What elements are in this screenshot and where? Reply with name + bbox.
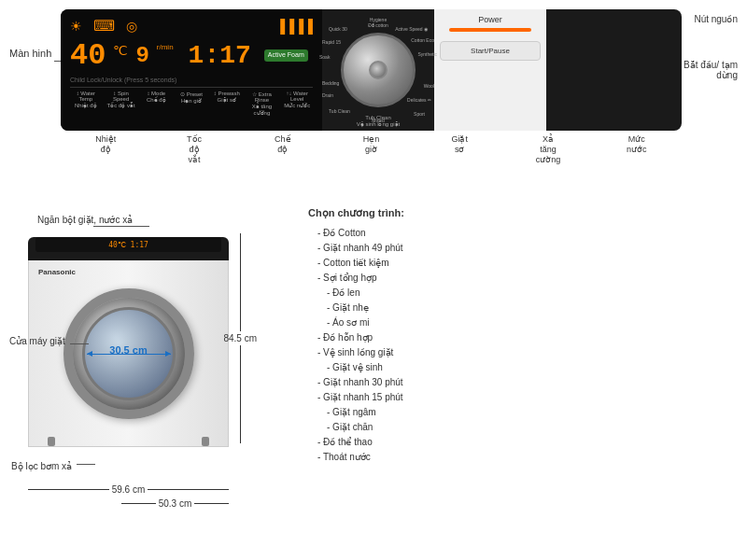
prog-giat-nhanh-15: - Giặt nhanh 15 phút <box>308 390 738 405</box>
display-icons-row: ☀ ⌨ ◎ ▐▐▐▐ <box>70 17 313 35</box>
brand-label: Panasonic <box>38 268 76 276</box>
machine-body-container: 40℃ 1:17 30.5 cm Panasonic <box>28 233 229 462</box>
spin-unit: r/min <box>157 43 174 51</box>
temp-unit: ℃ <box>113 43 128 58</box>
label-toc-do-vat: Tốcđộvắt <box>154 134 235 164</box>
icon-wash: ⌨ <box>93 17 115 35</box>
label-hen-gio: Hẹngiờ <box>331 134 412 164</box>
depth-label: 50.3 cm <box>156 498 195 509</box>
prog-do-len: - Đồ len <box>308 286 738 301</box>
tub-clean-bottom-label: Tub CleanVệ sinh lồng giặt <box>357 115 400 127</box>
program-items: - Đồ Cotton - Giặt nhanh 49 phút - Cotto… <box>308 226 738 465</box>
arrow-left <box>87 351 92 357</box>
prog-cotton: - Đồ Cotton <box>308 226 738 241</box>
label-muc-nuoc: Mứcnước <box>596 134 677 164</box>
bo-loc-bom-xa-label: Bộ lọc bơm xả <box>11 461 72 471</box>
prog-giat-ve-sinh: - Giặt vệ sinh <box>308 360 738 375</box>
btn-water-temp[interactable]: ↕ Water TempNhiệt độ <box>70 91 102 116</box>
time-display: 1:17 <box>189 41 251 70</box>
power-indicator <box>449 28 531 32</box>
machine-front: 30.5 cm Panasonic <box>28 260 229 447</box>
machine-display-mini-text: 40℃ 1:17 <box>108 241 148 249</box>
power-label: Power <box>440 15 541 24</box>
prog-ao-so-mi: - Áo sơ mi <box>308 315 738 330</box>
prog-do-hon-hop: - Đồ hỗn hợp <box>308 330 738 345</box>
prog-cotton-eco: - Cotton tiết kiệm <box>308 256 738 271</box>
bat-dau-label-right: Bắt đầu/ tạm dừng <box>682 60 738 80</box>
btn-spin-speed[interactable]: ↕ Spin SpeedTốc độ vắt <box>106 91 137 116</box>
control-labels: Nhiệtđộ Tốcđộvắt Chếđộ Hẹngiờ Giặtsơ Xảt… <box>61 134 682 164</box>
label-giat-so: Giặtsơ <box>419 134 500 164</box>
child-lock-text: Child Lock/Unlock (Press 5 seconds) <box>70 77 313 83</box>
depth-line <box>121 503 156 504</box>
boloc-arrow <box>77 464 95 465</box>
signal-icon: ▐▐▐▐ <box>275 19 313 34</box>
program-list-title: Chọn chương trình: <box>308 205 738 222</box>
program-list: Chọn chương trình: - Đồ Cotton - Giặt nh… <box>308 205 738 523</box>
cua-may-giat-label: Cửa máy giặt <box>9 336 65 346</box>
btn-extra-rinse[interactable]: ☆ Extra RinseXả tăng cường <box>247 91 278 116</box>
spacer <box>280 205 299 523</box>
btn-prewash[interactable]: ↕ PrewashGiặt sơ <box>211 91 243 116</box>
dial-label-soak: Soak <box>319 54 330 60</box>
height-label: 84.5 cm <box>223 331 257 345</box>
machine-display-mini: 40℃ 1:17 <box>35 237 221 252</box>
dial-label-tub-clean: Tub Clean <box>329 108 350 114</box>
prog-giat-chan: - Giặt chăn <box>308 420 738 435</box>
door-diameter-arrow <box>87 354 171 355</box>
panel-labels-right: Nút nguồn Bắt đầu/ tạm dừng <box>682 9 738 196</box>
prog-giat-nhanh-49: - Giặt nhanh 49 phút <box>308 241 738 256</box>
control-panel: ☀ ⌨ ◎ ▐▐▐▐ 40 ℃ 9 r/min 1:17 Active Foam <box>61 9 682 131</box>
arrow-right <box>165 351 171 357</box>
dial-label-quick30: Quick 30 <box>329 26 347 32</box>
depth-dimension: 50.3 cm <box>121 498 229 509</box>
man-hinh-section: Màn hinh <box>9 9 61 196</box>
machine-top-bar: 40℃ 1:17 <box>28 237 229 260</box>
main-container: Màn hinh ☀ ⌨ ◎ ▐▐▐▐ 40 ℃ 9 <box>0 0 747 560</box>
man-hinh-label: Màn hinh <box>9 47 61 60</box>
btn-mode[interactable]: ↕ ModeChế độ <box>140 91 172 116</box>
prog-thoat-nuoc: - Thoát nước <box>308 450 738 465</box>
label-nhiet-do: Nhiệtđộ <box>65 134 147 164</box>
dial-label-hygiene: HygieneĐồ cotton <box>368 17 388 28</box>
prog-giat-ngam: - Giặt ngâm <box>308 405 738 420</box>
power-panel: Power Start/Pause <box>434 9 546 131</box>
display-area: ☀ ⌨ ◎ ▐▐▐▐ 40 ℃ 9 r/min 1:17 Active Foam <box>61 9 322 131</box>
program-dial[interactable] <box>341 33 416 107</box>
cua-arrow <box>70 343 89 344</box>
ngan-bot-giat-label: Ngăn bột giặt, nước xả <box>37 215 133 225</box>
icon-temp: ☀ <box>70 19 82 34</box>
machine-diagram: Ngăn bột giặt, nước xả 40℃ 1:17 <box>9 205 271 523</box>
dial-label-active-speed: Active Speed ◉ <box>395 26 428 32</box>
dial-label-cotton-eco: Cotton Eco <box>411 37 434 43</box>
depth-line2 <box>194 503 229 504</box>
prog-soi-tong-hop: - Sợi tổng hợp <box>308 271 738 286</box>
prog-ve-sinh-long: - Vệ sinh lồng giặt <box>308 345 738 360</box>
dial-label-drain: Drain <box>322 92 333 98</box>
icon-rinse: ◎ <box>126 19 137 34</box>
width-line2 <box>148 489 229 490</box>
prog-giat-nhanh-30: - Giặt nhanh 30 phút <box>308 375 738 390</box>
height-dimension: 84.5 cm <box>223 233 257 443</box>
start-pause-button[interactable]: Start/Pause <box>440 41 541 61</box>
btn-preset[interactable]: ⊙ PresetHẹn giờ <box>176 91 207 116</box>
dial-label-sport: Sport <box>414 111 425 117</box>
control-panel-wrapper: ☀ ⌨ ◎ ▐▐▐▐ 40 ℃ 9 r/min 1:17 Active Foam <box>61 9 682 196</box>
dial-label-delicates: Delicates ✏ <box>407 97 431 103</box>
leg-right <box>202 437 209 446</box>
btn-water-level[interactable]: ↑↓ Water LevelMức nước <box>281 91 313 116</box>
spin-display: 9 <box>135 43 148 68</box>
width-line <box>28 489 109 490</box>
label-xa-tang-cuong: Xảtăngcường <box>508 134 589 164</box>
prog-do-the-thao: - Đồ thể thao <box>308 435 738 450</box>
dial-center <box>369 61 388 79</box>
temperature-display: 40 <box>70 38 106 73</box>
prog-giat-nhe: - Giặt nhẹ <box>308 301 738 315</box>
dial-label-bedding: Bedding <box>322 80 339 86</box>
dial-area: HygieneĐồ cotton Active Speed ◉ Cotton E… <box>322 9 434 131</box>
display-buttons-row: ↕ Water TempNhiệt độ ↕ Spin SpeedTốc độ … <box>70 87 313 116</box>
display-numbers: 40 ℃ 9 r/min 1:17 Active Foam <box>70 38 313 73</box>
leg-left <box>48 437 55 446</box>
dial-label-wool: Wool <box>424 83 434 89</box>
dial-label-rapid15: Rapid 15 <box>322 39 341 45</box>
